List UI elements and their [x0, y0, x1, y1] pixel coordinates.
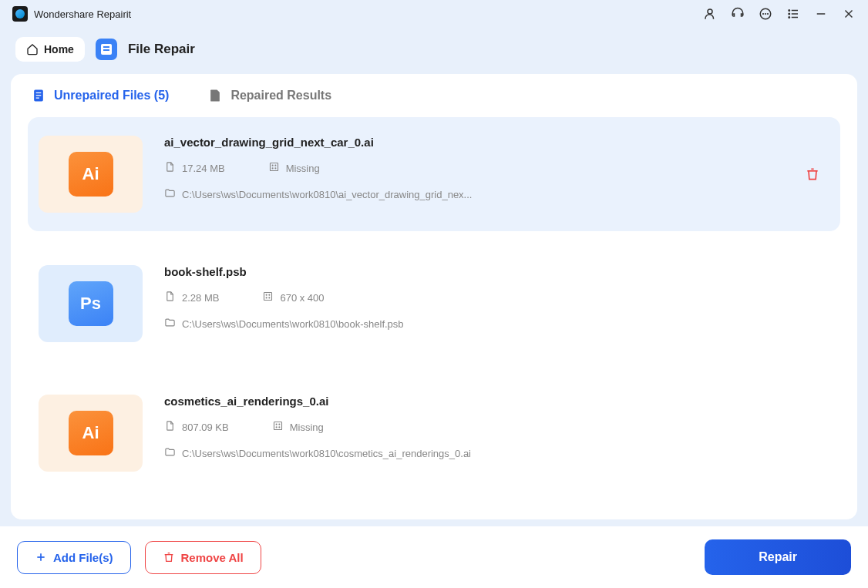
- svg-point-5: [789, 10, 790, 12]
- svg-point-4: [768, 14, 769, 15]
- file-meta: 807.09 KBMissing: [164, 420, 820, 434]
- home-label: Home: [44, 43, 74, 55]
- file-size: 2.28 MB: [164, 291, 219, 304]
- svg-point-27: [269, 297, 270, 298]
- file-meta: 17.24 MBMissing: [164, 161, 820, 175]
- dimensions-icon: [268, 161, 280, 175]
- footer: Add File(s) Remove All Repair: [0, 526, 868, 588]
- add-files-label: Add File(s): [53, 551, 113, 564]
- tab-repaired-label: Repaired Results: [230, 89, 331, 102]
- folder-icon: [164, 446, 176, 460]
- svg-point-3: [765, 14, 766, 15]
- svg-point-32: [279, 427, 280, 428]
- tab-repaired[interactable]: Repaired Results: [207, 88, 331, 103]
- nav-row: Home File Repair: [0, 28, 868, 74]
- folder-icon: [164, 187, 176, 201]
- file-name: ai_vector_drawing_grid_next_car_0.ai: [164, 136, 820, 149]
- svg-rect-17: [36, 98, 39, 99]
- remove-all-button[interactable]: Remove All: [145, 541, 261, 574]
- svg-rect-15: [36, 92, 42, 93]
- menu-icon[interactable]: [786, 7, 800, 21]
- file-icon: [31, 88, 46, 103]
- file-repair-icon: [96, 39, 117, 60]
- home-icon: [26, 43, 39, 55]
- titlebar: Wondershare Repairit: [0, 0, 868, 28]
- user-icon[interactable]: [703, 7, 717, 21]
- file-path: C:\Users\ws\Documents\work0810\cosmetics…: [164, 446, 820, 460]
- titlebar-right: [703, 7, 856, 21]
- add-files-button[interactable]: Add File(s): [17, 541, 131, 574]
- file-info: book-shelf.psb2.28 MB670 x 400C:\Users\w…: [164, 265, 820, 331]
- plus-icon: [35, 551, 47, 563]
- file-thumbnail: Ps: [39, 265, 143, 342]
- file-list[interactable]: Aiai_vector_drawing_grid_next_car_0.ai17…: [11, 117, 857, 519]
- svg-point-2: [763, 14, 764, 15]
- file-thumbnail: Ai: [39, 136, 143, 213]
- repair-button[interactable]: Repair: [705, 539, 851, 575]
- tab-unrepaired[interactable]: Unrepaired Files (5): [31, 88, 169, 103]
- home-button[interactable]: Home: [15, 37, 85, 62]
- minimize-icon[interactable]: [814, 7, 828, 21]
- file-info: ai_vector_drawing_grid_next_car_0.ai17.2…: [164, 136, 820, 201]
- svg-point-21: [272, 168, 273, 169]
- svg-point-26: [267, 297, 267, 298]
- file-row[interactable]: Aiai_vector_drawing_grid_next_car_0.ai17…: [28, 117, 840, 231]
- file-size: 17.24 MB: [164, 161, 225, 175]
- delete-file-button[interactable]: [805, 166, 820, 182]
- file-type-badge: Ps: [69, 281, 113, 326]
- section-title: File Repair: [128, 42, 195, 57]
- svg-rect-16: [36, 95, 42, 96]
- svg-rect-18: [270, 163, 278, 171]
- svg-point-19: [272, 165, 273, 166]
- svg-point-29: [276, 424, 277, 425]
- tabs: Unrepaired Files (5) Repaired Results: [11, 74, 857, 114]
- file-dimensions: Missing: [272, 420, 324, 434]
- file-row[interactable]: Aicosmetics_ai_renderings_0.ai807.09 KBM…: [28, 376, 840, 490]
- file-row[interactable]: PsFree_Superhero_Set.psd8.74 MB870 x 137…: [28, 506, 840, 519]
- headset-icon[interactable]: [731, 7, 745, 21]
- file-name: book-shelf.psb: [164, 265, 820, 278]
- file-path: C:\Users\ws\Documents\work0810\ai_vector…: [164, 187, 820, 201]
- folder-icon: [164, 317, 176, 331]
- titlebar-left: Wondershare Repairit: [12, 6, 131, 22]
- svg-point-20: [275, 165, 276, 166]
- app-icon: [12, 6, 28, 22]
- file-icon: [164, 291, 176, 304]
- svg-point-25: [269, 294, 270, 295]
- close-icon[interactable]: [842, 7, 856, 21]
- file-path: C:\Users\ws\Documents\work0810\book-shel…: [164, 317, 820, 331]
- svg-point-31: [276, 427, 277, 428]
- dimensions-icon: [262, 291, 274, 304]
- svg-point-7: [789, 13, 790, 15]
- repair-label: Repair: [759, 550, 797, 564]
- file-dimensions: 670 x 400: [262, 291, 324, 304]
- svg-point-22: [275, 168, 276, 169]
- remove-all-label: Remove All: [181, 551, 244, 564]
- svg-point-0: [708, 9, 712, 14]
- file-thumbnail: Ai: [39, 395, 143, 472]
- svg-point-24: [267, 294, 267, 295]
- file-row[interactable]: Psbook-shelf.psb2.28 MB670 x 400C:\Users…: [28, 247, 840, 361]
- file-size: 807.09 KB: [164, 420, 229, 434]
- file-icon: [164, 420, 176, 434]
- svg-point-30: [279, 424, 280, 425]
- svg-rect-23: [264, 293, 272, 301]
- file-meta: 2.28 MB670 x 400: [164, 291, 820, 304]
- file-info: cosmetics_ai_renderings_0.ai807.09 KBMis…: [164, 395, 820, 460]
- file-name: cosmetics_ai_renderings_0.ai: [164, 395, 820, 408]
- file-type-badge: Ai: [69, 411, 113, 455]
- svg-point-9: [789, 17, 790, 18]
- file-dimensions: Missing: [268, 161, 320, 175]
- file-type-badge: Ai: [69, 152, 113, 197]
- dimensions-icon: [272, 420, 284, 434]
- chat-icon[interactable]: [759, 7, 772, 21]
- app-title: Wondershare Repairit: [34, 8, 131, 20]
- main-panel: Unrepaired Files (5) Repaired Results Ai…: [11, 74, 857, 519]
- file-icon: [207, 88, 223, 103]
- tab-unrepaired-label: Unrepaired Files (5): [54, 89, 169, 102]
- trash-icon: [163, 551, 175, 563]
- svg-rect-28: [274, 422, 281, 430]
- file-icon: [164, 161, 176, 175]
